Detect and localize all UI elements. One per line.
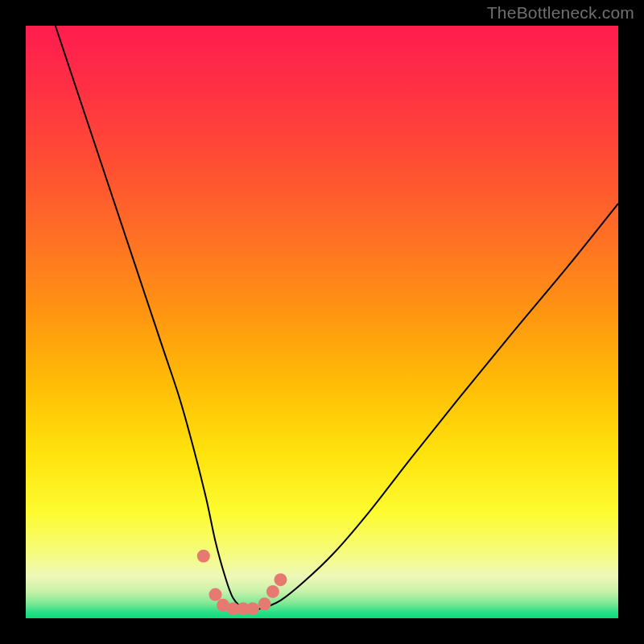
marker-dot bbox=[197, 550, 210, 563]
marker-dot bbox=[209, 588, 222, 601]
chart-frame: TheBottleneck.com bbox=[0, 0, 644, 644]
marker-dot bbox=[266, 585, 279, 598]
marker-dot bbox=[258, 597, 271, 610]
plot-svg bbox=[26, 26, 618, 618]
plot-background bbox=[26, 26, 618, 618]
plot-area bbox=[26, 26, 618, 618]
marker-dot bbox=[274, 573, 287, 586]
marker-dot bbox=[246, 602, 259, 615]
watermark-text: TheBottleneck.com bbox=[487, 3, 634, 23]
